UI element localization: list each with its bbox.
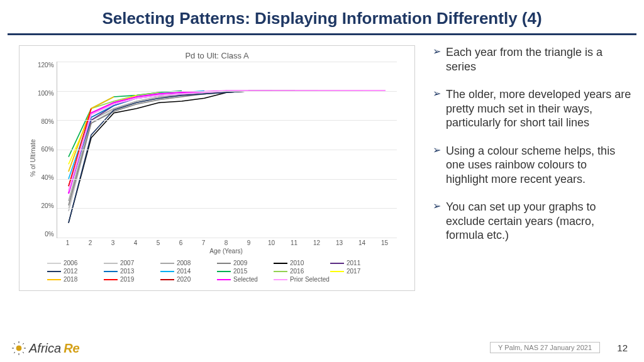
legend-swatch <box>274 279 287 280</box>
y-tick: 100% <box>38 90 54 97</box>
content-row: Pd to Ult: Class A % of Ultimate 120%100… <box>0 35 644 291</box>
x-tick: 11 <box>283 239 306 246</box>
chart-title: Pd to Ult: Class A <box>28 51 406 60</box>
footer-note: Y Palm, NAS 27 January 2021 <box>490 342 600 353</box>
legend-label: 2017 <box>347 268 360 275</box>
x-tick: 12 <box>306 239 328 246</box>
legend-swatch <box>104 271 118 272</box>
gridline <box>57 120 397 121</box>
x-tick: 6 <box>170 239 192 246</box>
legend-item: 2009 <box>217 260 274 266</box>
legend-item: 2013 <box>104 268 160 275</box>
legend-label: 2013 <box>120 268 134 275</box>
legend-swatch <box>330 263 344 264</box>
legend-item: 2014 <box>160 268 217 275</box>
legend-swatch <box>217 271 231 272</box>
legend-item: 2006 <box>47 260 104 266</box>
y-ticks: 120%100%80%60%40%20%0% <box>38 62 57 238</box>
legend-swatch <box>330 271 344 272</box>
legend-swatch <box>104 263 118 264</box>
x-tick: 4 <box>125 239 147 246</box>
legend-label: 2015 <box>233 268 247 275</box>
x-tick: 10 <box>260 239 283 246</box>
legend-label: 2008 <box>177 260 191 266</box>
legend-item: Selected <box>217 276 274 283</box>
x-tick: 13 <box>328 239 351 246</box>
chevron-right-icon: ➢ <box>433 87 441 130</box>
bullet-list: ➢Each year from the triangle is a series… <box>415 45 631 291</box>
legend-item: 2007 <box>104 260 160 266</box>
bullet-item: ➢You can set up your graphs to exclude c… <box>433 200 631 243</box>
legend-swatch <box>104 279 118 280</box>
bullet-item: ➢Each year from the triangle is a series <box>433 45 631 74</box>
legend-label: Prior Selected <box>290 276 330 283</box>
bullet-text: Using a colour scheme helps, this one us… <box>446 144 631 187</box>
y-tick: 120% <box>38 62 54 69</box>
legend-label: 2019 <box>120 276 134 283</box>
legend-label: 2014 <box>177 268 191 275</box>
y-tick: 0% <box>38 231 54 238</box>
x-tick: 3 <box>102 239 125 246</box>
gridline <box>57 91 397 92</box>
gridline <box>57 150 397 150</box>
series-line <box>69 91 386 191</box>
x-tick: 8 <box>215 239 238 246</box>
logo-text-a: Africa <box>29 341 61 356</box>
legend-swatch <box>274 271 287 272</box>
x-ticks: 123456789101112131415 <box>57 239 396 246</box>
bullet-item: ➢The older, more developed years are pre… <box>433 87 631 130</box>
legend-item: 2018 <box>47 276 104 283</box>
legend-item: Prior Selected <box>274 276 330 283</box>
legend-label: 2018 <box>64 276 77 283</box>
page-number: 12 <box>617 343 628 353</box>
series-line <box>69 91 227 194</box>
legend-item: 2008 <box>160 260 217 266</box>
legend-swatch <box>217 263 231 264</box>
legend-swatch <box>217 279 231 280</box>
y-tick: 20% <box>38 202 54 209</box>
slide: Selecting Patterns: Displaying Informati… <box>0 0 644 362</box>
logo-text-b: Re <box>64 341 80 356</box>
footer: Africa Re Y Palm, NAS 27 January 2021 12 <box>0 338 644 357</box>
x-tick: 9 <box>238 239 260 246</box>
legend-item: 2019 <box>104 276 160 283</box>
series-line <box>69 91 272 187</box>
chevron-right-icon: ➢ <box>433 144 441 187</box>
svg-point-0 <box>16 346 21 351</box>
chevron-right-icon: ➢ <box>433 200 441 243</box>
x-tick: 15 <box>374 239 396 246</box>
legend-item: 2017 <box>330 268 387 275</box>
x-tick: 1 <box>57 239 79 246</box>
x-tick: 14 <box>351 239 374 246</box>
legend-item: 2015 <box>217 268 274 275</box>
x-tick: 5 <box>147 239 170 246</box>
bullet-text: You can set up your graphs to exclude ce… <box>446 200 631 243</box>
legend-label: 2011 <box>347 260 360 266</box>
legend-label: Selected <box>233 276 258 283</box>
logo: Africa Re <box>11 341 80 356</box>
series-line <box>69 91 295 223</box>
sun-icon <box>11 341 26 356</box>
legend-item: 2012 <box>47 268 104 275</box>
gridline <box>57 62 397 62</box>
legend-item: 2020 <box>160 276 217 283</box>
plot-column: 123456789101112131415 Age (Years) <box>57 62 397 255</box>
chart-legend: 2006200720082009201020112012201320142015… <box>28 260 406 284</box>
legend-label: 2020 <box>177 276 191 283</box>
y-tick: 60% <box>38 146 54 153</box>
y-tick: 40% <box>38 174 54 181</box>
chevron-right-icon: ➢ <box>433 45 441 74</box>
legend-swatch <box>160 263 174 264</box>
legend-label: 2010 <box>290 260 304 266</box>
legend-label: 2016 <box>290 268 304 275</box>
chart-container: Pd to Ult: Class A % of Ultimate 120%100… <box>19 45 415 291</box>
x-tick: 7 <box>192 239 215 246</box>
legend-item: 2010 <box>274 260 330 266</box>
plot-area <box>57 62 397 238</box>
bullet-item: ➢Using a colour scheme helps, this one u… <box>433 144 631 187</box>
legend-item: 2016 <box>274 268 330 275</box>
y-axis-label: % of Ultimate <box>28 62 38 255</box>
legend-swatch <box>47 271 61 272</box>
legend-label: 2009 <box>233 260 247 266</box>
gridline <box>57 208 397 209</box>
